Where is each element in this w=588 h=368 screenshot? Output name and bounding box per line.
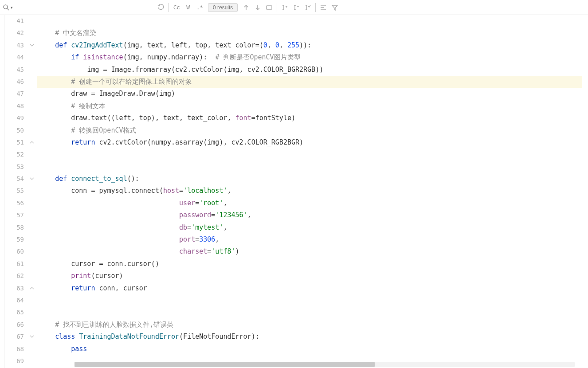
code-line[interactable]: if isinstance(img, numpy.ndarray): # 判断是… xyxy=(37,51,582,63)
line-number: 48 xyxy=(4,100,28,112)
line-number: 47 xyxy=(4,88,28,100)
show-filter-icon[interactable] xyxy=(318,2,329,13)
code-line[interactable]: # 找不到已训练的人脸数据文件,错误类 xyxy=(37,319,582,331)
line-number: 67 xyxy=(4,331,28,343)
code-editor[interactable]: 4142434445464748495051525354555657585960… xyxy=(0,15,588,368)
results-count: 0 results xyxy=(208,3,238,12)
line-number: 42 xyxy=(4,27,28,39)
line-number-gutter: 4142434445464748495051525354555657585960… xyxy=(4,15,28,368)
line-number: 45 xyxy=(4,64,28,76)
fold-column[interactable] xyxy=(28,15,37,368)
code-line[interactable]: def connect_to_sql(): xyxy=(37,173,582,185)
code-line[interactable]: return conn, cursor xyxy=(37,282,582,294)
separator xyxy=(315,3,316,12)
code-line[interactable]: port=3306, xyxy=(37,234,582,246)
line-number: 43 xyxy=(4,39,28,51)
fold-open-icon[interactable] xyxy=(30,334,34,340)
code-line[interactable] xyxy=(37,149,582,161)
line-number: 54 xyxy=(4,173,28,185)
line-number: 60 xyxy=(4,246,28,258)
line-number: 49 xyxy=(4,112,28,124)
line-number: 44 xyxy=(4,51,28,63)
words-button[interactable]: W xyxy=(182,2,194,13)
code-line[interactable]: # 中文名渲染 xyxy=(37,27,582,39)
select-all-icon[interactable] xyxy=(263,2,275,13)
search-dropdown-caret[interactable]: ▾ xyxy=(11,5,13,10)
fold-open-icon[interactable] xyxy=(30,43,34,48)
code-line[interactable]: db='mytest', xyxy=(37,222,582,234)
line-number: 41 xyxy=(4,15,28,27)
line-number: 64 xyxy=(4,294,28,306)
code-line[interactable]: # 创建一个可以在给定图像上绘图的对象 xyxy=(37,76,582,88)
line-number: 69 xyxy=(4,355,28,367)
code-line[interactable] xyxy=(37,294,582,306)
svg-rect-2 xyxy=(267,6,272,9)
code-line[interactable]: # 绘制文本 xyxy=(37,100,582,112)
left-margin xyxy=(0,15,4,368)
line-number: 46 xyxy=(4,76,28,88)
code-line[interactable]: charset='utf8') xyxy=(37,246,582,258)
search-input-area[interactable]: ▾ xyxy=(0,0,155,15)
code-line[interactable] xyxy=(37,15,582,27)
code-line[interactable]: draw = ImageDraw.Draw(img) xyxy=(37,88,582,100)
line-number: 62 xyxy=(4,270,28,282)
line-number: 57 xyxy=(4,209,28,221)
code-line[interactable]: return cv2.cvtColor(numpy.asarray(img), … xyxy=(37,137,582,149)
code-line[interactable]: cursor = conn.cursor() xyxy=(37,258,582,270)
line-number: 58 xyxy=(4,222,28,234)
code-line[interactable] xyxy=(37,161,582,173)
separator xyxy=(169,3,169,12)
next-match-icon[interactable] xyxy=(252,2,263,13)
svg-point-0 xyxy=(4,5,8,9)
fold-close-icon[interactable] xyxy=(30,286,34,291)
code-line[interactable]: draw.text((left, top), text, text_color,… xyxy=(37,112,582,124)
filter-icon[interactable] xyxy=(329,2,341,13)
line-number: 53 xyxy=(4,161,28,173)
find-toolbar: ▾ Cc W .* 0 results xyxy=(0,0,588,15)
fold-close-icon[interactable] xyxy=(30,140,34,145)
code-line[interactable]: password='123456', xyxy=(37,209,582,221)
line-number: 65 xyxy=(4,306,28,318)
code-line[interactable]: class TrainingDataNotFoundError(FileNotF… xyxy=(37,331,582,343)
line-number: 51 xyxy=(4,137,28,149)
match-case-button[interactable]: Cc xyxy=(171,2,182,13)
code-line[interactable]: def cv2ImgAddText(img, text, left, top, … xyxy=(37,39,582,51)
select-all-occurrences-icon[interactable] xyxy=(302,2,314,13)
line-number: 61 xyxy=(4,258,28,270)
line-number: 68 xyxy=(4,343,28,355)
code-line[interactable]: img = Image.fromarray(cv2.cvtColor(img, … xyxy=(37,64,582,76)
code-line[interactable] xyxy=(37,306,582,318)
line-number: 66 xyxy=(4,319,28,331)
prev-match-icon[interactable] xyxy=(240,2,252,13)
code-line[interactable]: conn = pymysql.connect(host='localhost', xyxy=(37,185,582,197)
separator xyxy=(277,3,277,12)
code-line[interactable]: print(cursor) xyxy=(37,270,582,282)
add-selection-icon[interactable] xyxy=(279,2,290,13)
regex-button[interactable]: .* xyxy=(194,2,205,13)
line-number: 52 xyxy=(4,149,28,161)
remove-selection-icon[interactable] xyxy=(290,2,302,13)
line-number: 55 xyxy=(4,185,28,197)
line-number: 50 xyxy=(4,125,28,137)
search-icon xyxy=(3,4,10,11)
minimap-stripe[interactable] xyxy=(582,15,588,368)
code-line[interactable]: user='root', xyxy=(37,197,582,209)
line-number: 63 xyxy=(4,282,28,294)
previous-search-icon[interactable] xyxy=(155,2,167,13)
code-line[interactable]: # 转换回OpenCV格式 xyxy=(37,125,582,137)
code-line[interactable] xyxy=(37,355,582,367)
line-number: 56 xyxy=(4,197,28,209)
code-line[interactable]: pass xyxy=(37,343,582,355)
code-area[interactable]: # 中文名渲染 def cv2ImgAddText(img, text, lef… xyxy=(37,15,582,368)
line-number: 59 xyxy=(4,234,28,246)
fold-open-icon[interactable] xyxy=(30,176,34,182)
svg-line-1 xyxy=(7,8,9,10)
